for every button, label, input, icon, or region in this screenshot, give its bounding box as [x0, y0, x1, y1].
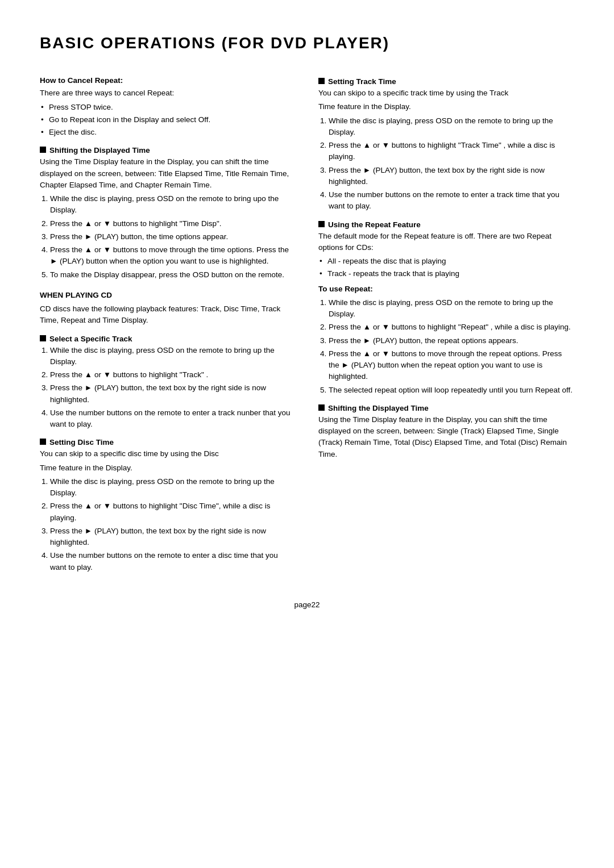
square-icon [318, 404, 325, 411]
list-item: Press the ▲ or ▼ buttons to move through… [50, 244, 296, 268]
list-item: Press the ▲ or ▼ buttons to move through… [329, 348, 574, 383]
shifting-cd: Shifting the Displayed Time Using the Ti… [318, 404, 574, 460]
select-track-steps: While the disc is playing, press OSD on … [50, 345, 296, 431]
list-item: Press the ▲ or ▼ buttons to highlight "T… [50, 369, 296, 381]
list-item: While the disc is playing, press OSD on … [50, 345, 296, 368]
shifting-cd-intro: Using the Time Display feature in the Di… [318, 414, 574, 460]
list-item: While the disc is playing, press OSD on … [329, 115, 574, 139]
list-item: Press the ▲ or ▼ buttons to highlight "T… [329, 140, 574, 163]
when-playing-intro: CD discs have the following playback fea… [40, 303, 296, 327]
square-icon [40, 335, 46, 341]
shifting-dvd-heading: Shifting the Displayed Time [40, 146, 296, 155]
how-to-cancel-intro: There are three ways to cancel Repeat: [40, 87, 296, 99]
setting-track-time-intro-1: You can skipo to a specific track time b… [318, 87, 574, 99]
page-title: BASIC OPERATIONS (FOR DVD PLAYER) [40, 34, 574, 52]
select-specific-track: Select a Specific Track While the disc i… [40, 335, 296, 431]
list-item: Use the number buttons on the remote to … [50, 550, 296, 573]
how-to-cancel-bullets: Press STOP twice. Go to Repeat icon in t… [40, 102, 296, 139]
list-item: All - repeats the disc that is playing [318, 256, 574, 267]
setting-disc-time-steps: While the disc is playing, press OSD on … [50, 476, 296, 573]
setting-track-time-steps: While the disc is playing, press OSD on … [329, 115, 574, 212]
using-repeat-bullets: All - repeats the disc that is playing T… [318, 256, 574, 280]
list-item: Press the ► (PLAY) button, the text box … [329, 165, 574, 188]
list-item: Press the ▲ or ▼ buttons to highlight "D… [50, 500, 296, 524]
shifting-dvd-intro: Using the Time Display feature in the Di… [40, 156, 296, 191]
using-repeat-heading: Using the Repeat Feature [318, 220, 574, 229]
how-to-cancel-heading: How to Cancel Repeat: [40, 75, 296, 86]
square-icon [40, 439, 46, 445]
list-item: Track - repeats the track that is playin… [318, 268, 574, 279]
setting-track-time-intro-2: Time feature in the Display. [318, 101, 574, 112]
list-item: Eject the disc. [40, 127, 296, 138]
setting-disc-time-intro-2: Time feature in the Display. [40, 462, 296, 474]
list-item: Press the ▲ or ▼ buttons to highlight "R… [329, 322, 574, 333]
list-item: Press the ► (PLAY) button, the text box … [50, 525, 296, 549]
when-playing-heading: WHEN PLAYING CD [40, 290, 296, 301]
list-item: To make the Display disappear, press the… [50, 269, 296, 281]
list-item: Press the ▲ or ▼ buttons to highlight "T… [50, 218, 296, 229]
page-number: page22 [40, 599, 574, 611]
setting-disc-time-heading: Setting Disc Time [40, 438, 296, 446]
setting-disc-time-intro-1: You can skip to a specific disc time by … [40, 448, 296, 460]
list-item: The selected repeat option will loop rep… [329, 385, 574, 396]
list-item: While the disc is playing, press OSD on … [50, 476, 296, 499]
list-item: Press the ► (PLAY) button, the time opti… [50, 231, 296, 243]
right-column: Setting Track Time You can skipo to a sp… [318, 69, 574, 577]
square-icon [318, 78, 325, 84]
using-repeat-steps: While the disc is playing, press OSD on … [329, 297, 574, 396]
list-item: Press STOP twice. [40, 102, 296, 113]
square-icon [40, 147, 46, 153]
shifting-dvd-steps: While the disc is playing, press OSD on … [50, 193, 296, 281]
list-item: Use the number buttons on the remote to … [50, 407, 296, 431]
setting-disc-time: Setting Disc Time You can skip to a spec… [40, 438, 296, 573]
shifting-cd-heading: Shifting the Displayed Time [318, 404, 574, 412]
select-track-heading: Select a Specific Track [40, 335, 296, 343]
using-repeat-intro: The default mode for the Repeat feature … [318, 231, 574, 254]
shifting-dvd: Shifting the Displayed Time Using the Ti… [40, 146, 296, 281]
how-to-cancel-repeat: How to Cancel Repeat: There are three wa… [40, 75, 296, 138]
when-playing-cd: WHEN PLAYING CD CD discs have the follow… [40, 290, 296, 327]
list-item: Go to Repeat icon in the Display and sel… [40, 114, 296, 126]
setting-track-time: Setting Track Time You can skipo to a sp… [318, 77, 574, 212]
list-item: Press the ► (PLAY) button, the repeat op… [329, 335, 574, 347]
list-item: While the disc is playing, press OSD on … [50, 193, 296, 216]
using-repeat: Using the Repeat Feature The default mod… [318, 220, 574, 396]
list-item: Press the ► (PLAY) button, the text box … [50, 382, 296, 406]
setting-track-time-heading: Setting Track Time [318, 77, 574, 86]
list-item: Use the number buttons on the remote to … [329, 189, 574, 212]
left-column: How to Cancel Repeat: There are three wa… [40, 69, 296, 577]
square-icon [318, 221, 325, 227]
to-use-heading: To use Repeat: [318, 283, 574, 295]
list-item: While the disc is playing, press OSD on … [329, 297, 574, 320]
